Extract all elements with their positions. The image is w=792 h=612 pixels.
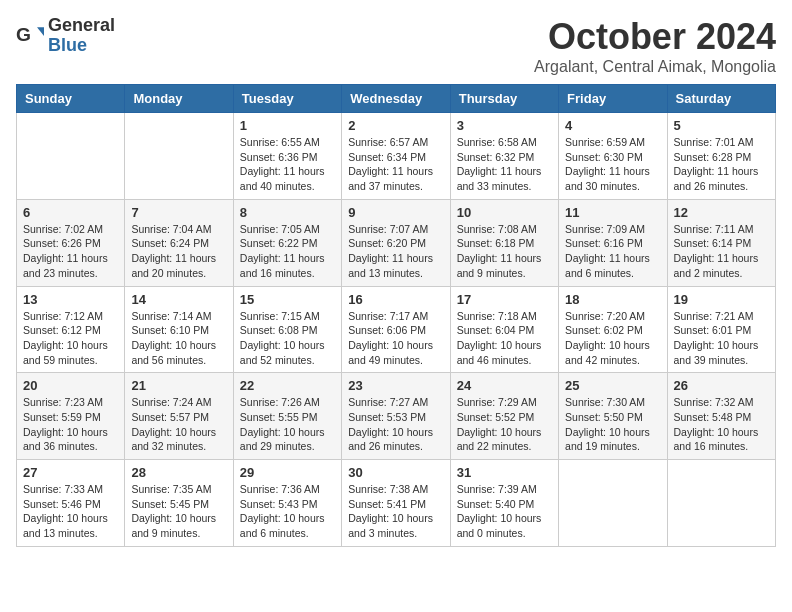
day-info: Sunrise: 7:09 AMSunset: 6:16 PMDaylight:… xyxy=(565,222,660,281)
day-info: Sunrise: 7:27 AMSunset: 5:53 PMDaylight:… xyxy=(348,395,443,454)
day-info: Sunrise: 7:30 AMSunset: 5:50 PMDaylight:… xyxy=(565,395,660,454)
day-info: Sunrise: 7:36 AMSunset: 5:43 PMDaylight:… xyxy=(240,482,335,541)
day-info: Sunrise: 7:18 AMSunset: 6:04 PMDaylight:… xyxy=(457,309,552,368)
day-info: Sunrise: 7:11 AMSunset: 6:14 PMDaylight:… xyxy=(674,222,769,281)
day-info: Sunrise: 6:58 AMSunset: 6:32 PMDaylight:… xyxy=(457,135,552,194)
day-number: 8 xyxy=(240,205,335,220)
day-number: 1 xyxy=(240,118,335,133)
calendar-cell xyxy=(125,113,233,200)
day-header-wednesday: Wednesday xyxy=(342,85,450,113)
day-info: Sunrise: 7:21 AMSunset: 6:01 PMDaylight:… xyxy=(674,309,769,368)
calendar-header-row: SundayMondayTuesdayWednesdayThursdayFrid… xyxy=(17,85,776,113)
day-number: 27 xyxy=(23,465,118,480)
calendar-cell: 13Sunrise: 7:12 AMSunset: 6:12 PMDayligh… xyxy=(17,286,125,373)
day-number: 25 xyxy=(565,378,660,393)
calendar-body: 1Sunrise: 6:55 AMSunset: 6:36 PMDaylight… xyxy=(17,113,776,547)
location-text: Argalant, Central Aimak, Mongolia xyxy=(534,58,776,76)
day-info: Sunrise: 7:02 AMSunset: 6:26 PMDaylight:… xyxy=(23,222,118,281)
calendar-cell: 31Sunrise: 7:39 AMSunset: 5:40 PMDayligh… xyxy=(450,460,558,547)
logo-blue-text: Blue xyxy=(48,36,115,56)
day-number: 16 xyxy=(348,292,443,307)
calendar-cell: 19Sunrise: 7:21 AMSunset: 6:01 PMDayligh… xyxy=(667,286,775,373)
month-title: October 2024 xyxy=(534,16,776,58)
day-header-saturday: Saturday xyxy=(667,85,775,113)
day-number: 28 xyxy=(131,465,226,480)
calendar-cell: 16Sunrise: 7:17 AMSunset: 6:06 PMDayligh… xyxy=(342,286,450,373)
day-number: 23 xyxy=(348,378,443,393)
svg-marker-1 xyxy=(37,27,44,36)
calendar-cell: 2Sunrise: 6:57 AMSunset: 6:34 PMDaylight… xyxy=(342,113,450,200)
calendar-cell: 28Sunrise: 7:35 AMSunset: 5:45 PMDayligh… xyxy=(125,460,233,547)
calendar-cell: 8Sunrise: 7:05 AMSunset: 6:22 PMDaylight… xyxy=(233,199,341,286)
day-number: 7 xyxy=(131,205,226,220)
calendar-cell: 25Sunrise: 7:30 AMSunset: 5:50 PMDayligh… xyxy=(559,373,667,460)
day-info: Sunrise: 7:05 AMSunset: 6:22 PMDaylight:… xyxy=(240,222,335,281)
calendar-cell: 17Sunrise: 7:18 AMSunset: 6:04 PMDayligh… xyxy=(450,286,558,373)
calendar-cell: 27Sunrise: 7:33 AMSunset: 5:46 PMDayligh… xyxy=(17,460,125,547)
calendar-cell: 24Sunrise: 7:29 AMSunset: 5:52 PMDayligh… xyxy=(450,373,558,460)
day-number: 19 xyxy=(674,292,769,307)
calendar-cell: 5Sunrise: 7:01 AMSunset: 6:28 PMDaylight… xyxy=(667,113,775,200)
day-number: 22 xyxy=(240,378,335,393)
calendar-cell: 11Sunrise: 7:09 AMSunset: 6:16 PMDayligh… xyxy=(559,199,667,286)
day-info: Sunrise: 7:17 AMSunset: 6:06 PMDaylight:… xyxy=(348,309,443,368)
day-info: Sunrise: 6:55 AMSunset: 6:36 PMDaylight:… xyxy=(240,135,335,194)
calendar-cell xyxy=(667,460,775,547)
day-number: 29 xyxy=(240,465,335,480)
day-info: Sunrise: 7:33 AMSunset: 5:46 PMDaylight:… xyxy=(23,482,118,541)
calendar-cell: 10Sunrise: 7:08 AMSunset: 6:18 PMDayligh… xyxy=(450,199,558,286)
day-header-tuesday: Tuesday xyxy=(233,85,341,113)
day-header-friday: Friday xyxy=(559,85,667,113)
calendar-cell: 9Sunrise: 7:07 AMSunset: 6:20 PMDaylight… xyxy=(342,199,450,286)
day-info: Sunrise: 7:39 AMSunset: 5:40 PMDaylight:… xyxy=(457,482,552,541)
logo-general-text: General xyxy=(48,16,115,36)
day-info: Sunrise: 7:20 AMSunset: 6:02 PMDaylight:… xyxy=(565,309,660,368)
day-number: 4 xyxy=(565,118,660,133)
day-info: Sunrise: 7:15 AMSunset: 6:08 PMDaylight:… xyxy=(240,309,335,368)
day-info: Sunrise: 7:23 AMSunset: 5:59 PMDaylight:… xyxy=(23,395,118,454)
day-info: Sunrise: 7:12 AMSunset: 6:12 PMDaylight:… xyxy=(23,309,118,368)
day-info: Sunrise: 7:29 AMSunset: 5:52 PMDaylight:… xyxy=(457,395,552,454)
day-number: 10 xyxy=(457,205,552,220)
day-number: 5 xyxy=(674,118,769,133)
calendar-week-1: 1Sunrise: 6:55 AMSunset: 6:36 PMDaylight… xyxy=(17,113,776,200)
day-number: 30 xyxy=(348,465,443,480)
day-number: 21 xyxy=(131,378,226,393)
calendar-cell: 12Sunrise: 7:11 AMSunset: 6:14 PMDayligh… xyxy=(667,199,775,286)
day-header-thursday: Thursday xyxy=(450,85,558,113)
day-number: 11 xyxy=(565,205,660,220)
day-info: Sunrise: 7:24 AMSunset: 5:57 PMDaylight:… xyxy=(131,395,226,454)
calendar-week-3: 13Sunrise: 7:12 AMSunset: 6:12 PMDayligh… xyxy=(17,286,776,373)
calendar-cell: 21Sunrise: 7:24 AMSunset: 5:57 PMDayligh… xyxy=(125,373,233,460)
day-info: Sunrise: 7:07 AMSunset: 6:20 PMDaylight:… xyxy=(348,222,443,281)
calendar-cell: 26Sunrise: 7:32 AMSunset: 5:48 PMDayligh… xyxy=(667,373,775,460)
calendar-week-2: 6Sunrise: 7:02 AMSunset: 6:26 PMDaylight… xyxy=(17,199,776,286)
day-number: 14 xyxy=(131,292,226,307)
calendar-cell: 22Sunrise: 7:26 AMSunset: 5:55 PMDayligh… xyxy=(233,373,341,460)
day-number: 31 xyxy=(457,465,552,480)
calendar-cell: 30Sunrise: 7:38 AMSunset: 5:41 PMDayligh… xyxy=(342,460,450,547)
day-number: 17 xyxy=(457,292,552,307)
day-number: 20 xyxy=(23,378,118,393)
calendar-week-4: 20Sunrise: 7:23 AMSunset: 5:59 PMDayligh… xyxy=(17,373,776,460)
calendar-cell: 29Sunrise: 7:36 AMSunset: 5:43 PMDayligh… xyxy=(233,460,341,547)
calendar-week-5: 27Sunrise: 7:33 AMSunset: 5:46 PMDayligh… xyxy=(17,460,776,547)
day-number: 24 xyxy=(457,378,552,393)
calendar-table: SundayMondayTuesdayWednesdayThursdayFrid… xyxy=(16,84,776,547)
day-header-sunday: Sunday xyxy=(17,85,125,113)
logo-icon: G xyxy=(16,22,44,50)
day-info: Sunrise: 6:57 AMSunset: 6:34 PMDaylight:… xyxy=(348,135,443,194)
calendar-cell: 23Sunrise: 7:27 AMSunset: 5:53 PMDayligh… xyxy=(342,373,450,460)
day-info: Sunrise: 7:01 AMSunset: 6:28 PMDaylight:… xyxy=(674,135,769,194)
title-area: October 2024 Argalant, Central Aimak, Mo… xyxy=(534,16,776,76)
calendar-cell: 20Sunrise: 7:23 AMSunset: 5:59 PMDayligh… xyxy=(17,373,125,460)
day-number: 2 xyxy=(348,118,443,133)
day-info: Sunrise: 7:35 AMSunset: 5:45 PMDaylight:… xyxy=(131,482,226,541)
day-number: 12 xyxy=(674,205,769,220)
day-info: Sunrise: 7:32 AMSunset: 5:48 PMDaylight:… xyxy=(674,395,769,454)
svg-text:G: G xyxy=(16,24,31,45)
calendar-cell: 4Sunrise: 6:59 AMSunset: 6:30 PMDaylight… xyxy=(559,113,667,200)
logo-text: General Blue xyxy=(48,16,115,56)
logo: G General Blue xyxy=(16,16,115,56)
day-info: Sunrise: 6:59 AMSunset: 6:30 PMDaylight:… xyxy=(565,135,660,194)
